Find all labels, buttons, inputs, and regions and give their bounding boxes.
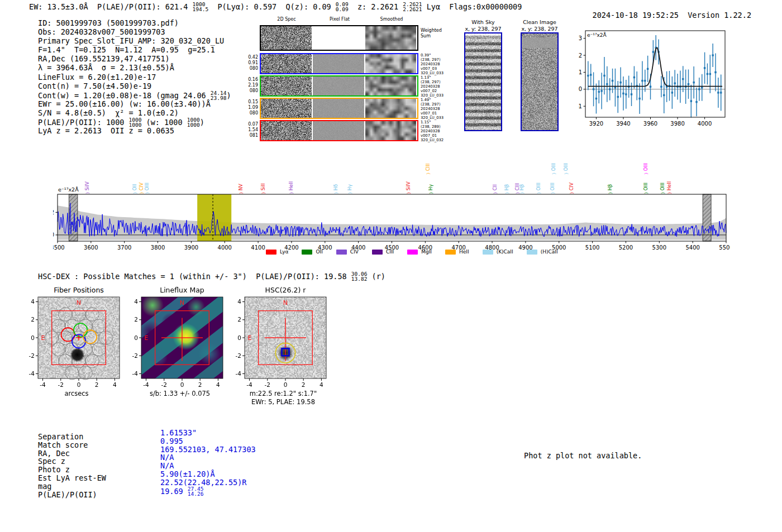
- text-segment: RA,Dec (169.552139,47.417751): [38, 54, 170, 63]
- masked-region: [703, 194, 711, 241]
- legend-label: OII: [316, 249, 322, 255]
- legend-item: Lyα: [266, 249, 288, 255]
- svg-text:-4: -4: [40, 381, 46, 388]
- legend-item: (K)CaII: [483, 249, 513, 255]
- legend-swatch: [302, 250, 312, 255]
- errorbar-point: [622, 76, 624, 111]
- legend-item: HeII: [445, 249, 469, 255]
- compass-north-label: N: [180, 299, 184, 306]
- match-table-label: P(LAE)/P(OII): [38, 490, 106, 499]
- info-line: LineFlux = 6.20(±1.20)e-17: [38, 73, 231, 82]
- text-segment: Obs: 20240328v007_5001999703: [38, 27, 165, 36]
- spec2d-row-box: [260, 98, 418, 119]
- svg-text:2: 2: [53, 209, 54, 215]
- legend-swatch: [445, 250, 456, 255]
- errorbar-point: [712, 44, 713, 67]
- line-label-heii: } HeII: [289, 181, 294, 194]
- fiber-weight-labels: 0.151.09080: [245, 99, 258, 116]
- info-line: λ = 3964.63Å σ = 2.13(±0.55)Å: [38, 63, 231, 72]
- svg-text:2: 2: [31, 316, 35, 323]
- spec2d-cell-noise: [261, 26, 312, 50]
- sky-panel-title: Clean Imagex, y: 238, 297: [521, 19, 559, 32]
- svg-text:0: 0: [237, 334, 241, 341]
- header-summary: EW: 13.5±3.0Å P(LAE)/P(OII): 621.4 10001…: [29, 2, 522, 12]
- text-segment: Primary Spec_Slot_IFU_AMP: 320_032_020_L…: [38, 36, 224, 45]
- spec2d-row-box: [260, 120, 418, 141]
- noise-envelope: [58, 205, 726, 239]
- errorbar-point: [647, 56, 649, 82]
- svg-text:-2: -2: [161, 381, 167, 388]
- svg-text:0: 0: [284, 381, 288, 388]
- spec2d-cell-noise: [261, 121, 312, 140]
- legend-label: HeII: [459, 249, 469, 255]
- stacked-interval: 30.0613.82: [351, 271, 368, 281]
- svg-text:-4: -4: [246, 381, 252, 388]
- svg-text:5200: 5200: [619, 245, 633, 251]
- errorbar-point: [644, 70, 646, 92]
- svg-text:4: 4: [237, 298, 241, 305]
- svg-text:-4: -4: [236, 370, 242, 377]
- text-segment: N/A: [160, 453, 174, 462]
- stacked-interval: 27.4514.26: [188, 486, 204, 496]
- errorbar-point: [593, 72, 594, 106]
- masked-region: [69, 194, 78, 241]
- errorbar-point: [714, 53, 716, 91]
- spec2d-row-box: [260, 53, 418, 74]
- errorbar-point: [720, 74, 722, 111]
- match-table-value: 0.995: [160, 437, 256, 445]
- text-segment: HSC-DEX : Possible Matches = 1 (within +…: [38, 272, 351, 281]
- line-label-hγ: } Hγ: [347, 184, 353, 194]
- errorbar-point: [595, 84, 597, 114]
- match-table-value: 169.552103, 47.417303: [160, 445, 256, 453]
- text-segment: LyA z = 2.2613 OII z = 0.0635: [38, 126, 174, 135]
- line-label-nv: } NV: [239, 184, 244, 194]
- info-line: EWr = 25.00(±16.00) (w: 16.00(±3.40))Å: [38, 99, 231, 108]
- text-segment: LineFlux = 6.20(±1.20)e-17: [38, 73, 156, 82]
- errorbar-point: [625, 80, 627, 109]
- svg-text:5400: 5400: [685, 245, 699, 251]
- col-header-smoothed: Smoothed: [366, 17, 417, 22]
- info-line: P(LAE)/P(OII): 1000 10001000 (w: 1000 10…: [38, 117, 231, 126]
- svg-text:-2: -2: [132, 352, 138, 359]
- panel-overlay: 420-2-4-4-2024NE: [23, 286, 135, 406]
- stacked-interval: 1000194.5: [193, 2, 209, 12]
- line-label-siii: } SiII: [261, 184, 266, 194]
- info-line: F=1.4" T=0.125 N=1.12 A=0.95 g=25.1: [38, 45, 231, 54]
- svg-text:2: 2: [134, 316, 138, 323]
- legend-item: OII: [302, 249, 322, 255]
- legend-label: (H)CaII: [541, 249, 558, 255]
- line-label-hβ: } Hβ: [504, 184, 510, 194]
- stacked-interval: 0.090.09: [336, 2, 349, 12]
- errorbar-point: [619, 68, 621, 98]
- fiber-info-labels: 1.13"(238, 297)20240328v007_02320_LU_033: [421, 75, 449, 98]
- report-timestamp: 2024-10-18 19:52:25: [593, 11, 679, 20]
- svg-text:-1: -1: [578, 103, 582, 109]
- panel-xlabel: arcsecs: [23, 390, 130, 397]
- text-segment: 1.61533": [160, 428, 197, 437]
- svg-text:0: 0: [53, 232, 54, 238]
- line-label-oiii: } OIII: [145, 183, 150, 194]
- line-label-cii: } CII: [493, 184, 498, 194]
- panel-xlabel-2: EWr: 5, PLAE: 19.58: [230, 398, 336, 406]
- match-table-label: Est LyA rest-EW: [38, 473, 106, 482]
- svg-text:-4: -4: [29, 370, 35, 377]
- errorbar-point: [717, 78, 719, 108]
- svg-text:3960: 3960: [643, 121, 657, 127]
- legend-swatch: [266, 250, 276, 255]
- errorbar-point: [609, 78, 611, 100]
- svg-text:3700: 3700: [117, 245, 131, 251]
- match-table-value: 5.90(±1.20)Å: [160, 469, 256, 478]
- panel-overlay: 420-2-4-4-2024NE: [230, 286, 342, 406]
- spec2d-cell-noise: [261, 99, 312, 118]
- errorbar-point: [695, 88, 697, 116]
- line-label-oii: } OII: [132, 184, 138, 194]
- errorbar-point: [666, 71, 667, 102]
- text-segment: 0.995: [160, 437, 183, 445]
- text-segment: (r): [367, 272, 385, 281]
- svg-text:2: 2: [198, 381, 202, 388]
- stacked-interval: 2.26212.2621: [403, 2, 422, 12]
- spec2d-cell-smooth: [365, 76, 416, 95]
- fiber-weight-labels: 0.420.91080: [245, 55, 258, 71]
- spec2d-cell-flat: [313, 76, 364, 95]
- line-label-oiii: } OIII: [550, 183, 556, 194]
